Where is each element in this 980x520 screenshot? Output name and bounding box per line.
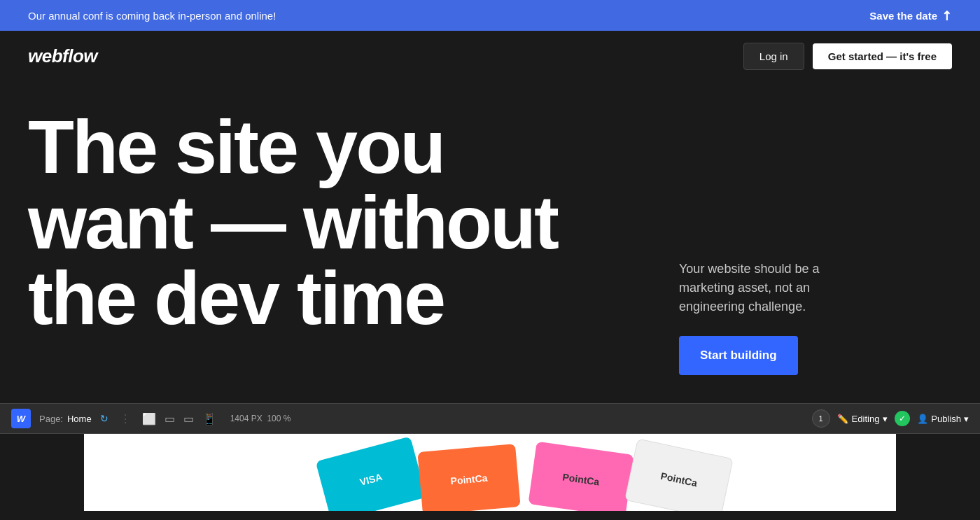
save-the-date-link[interactable]: Save the date ↗ (869, 8, 952, 23)
save-the-date-label: Save the date (869, 10, 937, 22)
card-white: PointCa (624, 438, 734, 511)
start-building-button[interactable]: Start building (679, 336, 798, 375)
dimensions-label: 1404 PX 100 % (230, 414, 291, 423)
separator-1: ⋮ (120, 412, 131, 426)
mobile-landscape-icon[interactable]: ▭ (183, 412, 194, 426)
preview-area: VISA PointCa PointCa PointCa (84, 434, 896, 511)
pencil-icon: ✏️ (837, 414, 848, 424)
hero-section: The site you want — without the dev time… (0, 81, 980, 403)
editor-page-info: Page: Home (39, 414, 92, 424)
nav-buttons: Log in Get started — it's free (743, 43, 952, 70)
page-label: Page: (39, 414, 63, 424)
hero-description: Your website should be a marketing asset… (679, 260, 847, 316)
headline-line-3: the dev time (28, 255, 444, 340)
login-button[interactable]: Log in (743, 43, 804, 70)
card-visa: VISA (316, 436, 427, 511)
webflow-logo: webflow (28, 45, 97, 67)
hero-left: The site you want — without the dev time (28, 109, 637, 382)
hero-right: Your website should be a marketing asset… (637, 109, 847, 382)
announcement-text: Our annual conf is coming back in-person… (28, 10, 276, 22)
publish-chevron-icon: ▾ (964, 414, 969, 424)
tablet-view-icon[interactable]: ▭ (164, 412, 175, 426)
page-name: Home (67, 414, 92, 424)
publish-label: Publish (931, 414, 961, 424)
hero-headline: The site you want — without the dev time (28, 109, 637, 336)
navigation: webflow Log in Get started — it's free (0, 31, 980, 81)
headline-line-1: The site you (28, 104, 444, 189)
mobile-portrait-icon[interactable]: 📱 (202, 412, 216, 426)
card-pink: PointCa (528, 442, 634, 511)
desktop-view-icon[interactable]: ⬜ (142, 412, 156, 426)
editor-right-controls: 1 ✏️ Editing ▾ ✓ 👤 Publish ▾ (812, 409, 969, 428)
publish-button[interactable]: 👤 Publish ▾ (917, 414, 969, 424)
editing-chevron-icon: ▾ (883, 414, 888, 424)
get-started-button[interactable]: Get started — it's free (813, 43, 952, 69)
status-check-icon: ✓ (895, 411, 910, 426)
card-orange: PointCa (417, 444, 520, 511)
editing-label: Editing (852, 414, 880, 424)
editor-toolbar: W Page: Home ↻ ⋮ ⬜ ▭ ▭ 📱 1404 PX 100 % 1… (0, 403, 980, 434)
announcement-bar: Our annual conf is coming back in-person… (0, 0, 980, 31)
editor-logo-icon: W (11, 409, 31, 428)
person-icon: 👤 (917, 414, 928, 424)
editing-mode-button[interactable]: ✏️ Editing ▾ (837, 414, 888, 424)
save-the-date-arrow-icon: ↗ (937, 6, 955, 24)
refresh-icon[interactable]: ↻ (100, 413, 108, 424)
headline-line-2: want — without (28, 180, 557, 265)
user-avatar: 1 (812, 409, 830, 428)
